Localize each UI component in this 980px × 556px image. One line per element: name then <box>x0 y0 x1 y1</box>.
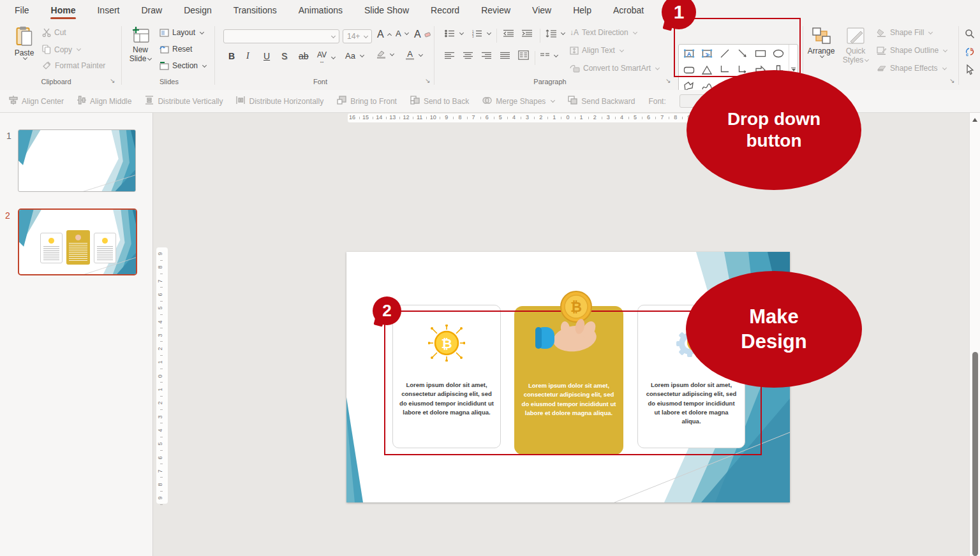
format-shape-dialog-launcher[interactable]: ↘ <box>949 77 954 84</box>
convert-smartart-chevron <box>655 65 660 70</box>
italic-button[interactable]: I <box>246 51 249 61</box>
align-center-button[interactable] <box>463 52 473 59</box>
merge-shapes-button[interactable]: Merge Shapes <box>482 96 554 106</box>
menu-item-home[interactable]: Home <box>43 1 84 20</box>
format-painter-icon <box>42 61 52 70</box>
justify-icon <box>500 52 510 59</box>
menu-item-design[interactable]: Design <box>175 1 220 20</box>
menu-item-draw[interactable]: Draw <box>133 1 170 20</box>
annotation-rectangle-shapes-gallery <box>674 18 801 77</box>
underline-button[interactable]: U <box>264 51 270 61</box>
distribute-horizontally-button[interactable]: Distribute Horizontally <box>236 96 323 106</box>
shape-effects-label: Shape Effects <box>890 64 938 73</box>
clipboard-group-label: Clipboard <box>31 78 82 85</box>
new-slide-button[interactable]: New Slide <box>126 26 154 63</box>
text-shadow-button[interactable]: S <box>281 51 287 61</box>
send-backward-icon <box>568 96 577 106</box>
find-button[interactable] <box>965 29 975 39</box>
reset-button[interactable]: Reset <box>160 45 192 54</box>
menu-item-slide-show[interactable]: Slide Show <box>356 1 417 20</box>
increase-indent-button[interactable] <box>522 29 532 37</box>
bring-to-front-button[interactable]: Bring to Front <box>337 96 397 106</box>
bold-button[interactable]: B <box>228 51 235 61</box>
menu-item-record[interactable]: Record <box>422 1 468 20</box>
shape-outline-button[interactable]: Shape Outline <box>877 46 947 55</box>
shape-outline-chevron <box>943 47 947 52</box>
distribute-vertically-button[interactable]: Distribute Vertically <box>145 96 223 106</box>
menu-item-review[interactable]: Review <box>473 1 519 20</box>
scrollbar-thumb[interactable] <box>972 352 978 556</box>
paste-icon <box>16 26 33 47</box>
select-button[interactable] <box>965 64 975 75</box>
mini-card-3 <box>94 233 116 263</box>
format-painter-button[interactable]: Format Painter <box>42 61 105 70</box>
replace-button[interactable]: bc <box>965 47 975 57</box>
align-right-icon <box>482 52 491 59</box>
menu-item-animations[interactable]: Animations <box>290 1 351 20</box>
font-dialog-launcher[interactable]: ↘ <box>425 77 430 84</box>
change-case-button[interactable]: Aa <box>345 51 364 61</box>
decrease-font-size-button[interactable]: A <box>396 29 408 38</box>
font-name-combobox[interactable] <box>223 29 339 43</box>
h-ruler-number: 4 <box>620 114 623 121</box>
align-center-button[interactable]: Align Center <box>9 96 64 106</box>
svg-text:₿: ₿ <box>570 299 582 315</box>
text-direction-label: Text Direction <box>582 28 628 37</box>
send-backward-button[interactable]: Send Backward <box>568 96 635 106</box>
align-middle-button[interactable]: Align Middle <box>77 96 131 106</box>
add-remove-columns-button[interactable] <box>540 52 558 59</box>
menu-item-transitions[interactable]: Transitions <box>225 1 285 20</box>
align-center-icon <box>463 52 473 59</box>
cut-button[interactable]: Cut <box>42 28 66 37</box>
vertical-scrollbar[interactable] <box>969 113 980 556</box>
slide-1-thumbnail[interactable] <box>18 129 136 192</box>
paste-button[interactable]: Paste <box>10 26 38 59</box>
align-right-button[interactable] <box>482 52 491 59</box>
align-left-button[interactable] <box>445 52 454 59</box>
shape-effects-button[interactable]: Shape Effects <box>877 64 946 73</box>
menu-item-acrobat[interactable]: Acrobat <box>605 1 652 20</box>
convert-to-smartart-button[interactable]: Convert to SmartArt <box>570 64 659 73</box>
vertical-ruler[interactable]: 9876543210123456789 <box>156 247 168 504</box>
clear-formatting-button[interactable]: A <box>414 29 431 40</box>
arrange-button[interactable]: Arrange <box>806 26 836 57</box>
h-ruler-number: 3 <box>607 114 610 121</box>
highlight-color-button[interactable] <box>376 50 394 59</box>
menu-item-file[interactable]: File <box>6 1 38 20</box>
send-to-back-button[interactable]: Send to Back <box>410 96 469 106</box>
slide-2-thumbnail[interactable] <box>18 208 137 275</box>
reset-label: Reset <box>172 45 192 54</box>
layout-button[interactable]: Layout <box>160 28 204 37</box>
clipboard-dialog-launcher[interactable]: ↘ <box>110 77 115 84</box>
font-size-combobox[interactable]: 14+ <box>343 29 372 43</box>
toolbar2-label: Distribute Vertically <box>158 97 223 106</box>
text-direction-button[interactable]: ↓A Text Direction <box>570 28 637 37</box>
decrease-indent-button[interactable] <box>503 29 514 37</box>
change-case-glyph: Aa <box>345 51 355 61</box>
v-ruler-number: 6 <box>157 456 163 459</box>
scroll-up-arrow-icon[interactable] <box>972 118 977 122</box>
align-text-button[interactable]: Align Text <box>570 46 623 55</box>
copy-button[interactable]: Copy <box>42 45 80 54</box>
section-button[interactable]: Section <box>160 61 206 70</box>
menu-item-view[interactable]: View <box>524 1 560 20</box>
strikethrough-button[interactable]: ab <box>299 51 309 61</box>
h-ruler-number: 8 <box>674 114 677 121</box>
line-spacing-button[interactable] <box>546 29 565 38</box>
menu-item-help[interactable]: Help <box>565 1 600 20</box>
paragraph-dialog-launcher[interactable]: ↘ <box>665 77 671 84</box>
annotation-callout-drop-down-button: Drop down button <box>687 70 861 190</box>
character-spacing-button[interactable]: AV↔ <box>317 51 335 64</box>
menu-item-insert[interactable]: Insert <box>89 1 128 20</box>
numbering-button[interactable]: 123 <box>472 29 491 38</box>
columns-button[interactable] <box>518 50 529 60</box>
font-color-button[interactable]: A <box>406 50 422 60</box>
quick-styles-button[interactable]: Quick Styles <box>840 26 872 64</box>
h-ruler-number: 5 <box>634 114 637 121</box>
shape-fill-button[interactable]: Shape Fill <box>877 28 932 37</box>
v-ruler-number: 4 <box>157 320 163 323</box>
bullets-button[interactable] <box>445 29 463 38</box>
callout-1-text: Drop down button <box>726 108 822 152</box>
justify-button[interactable] <box>500 52 510 59</box>
increase-font-size-button[interactable]: A <box>377 29 391 40</box>
